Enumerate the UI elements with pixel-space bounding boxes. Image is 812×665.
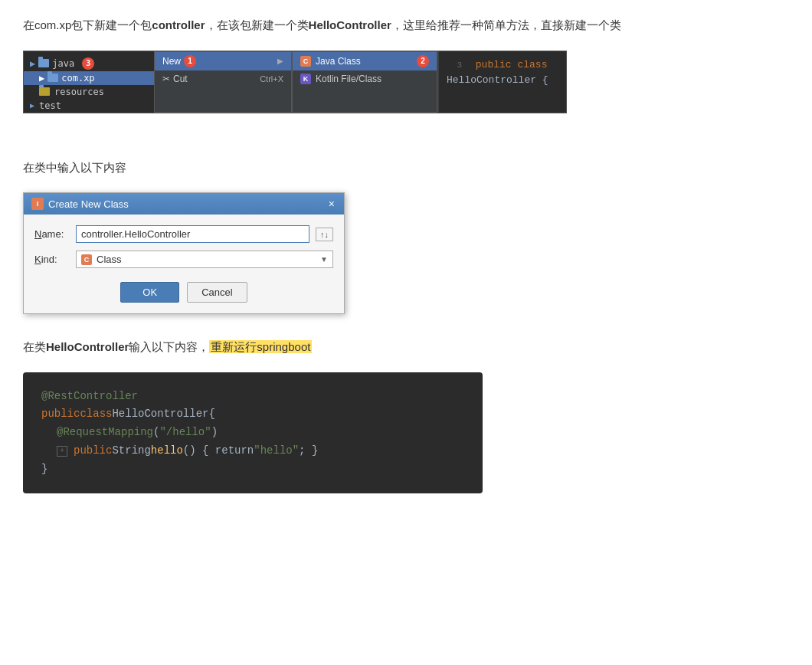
javaclass-badge: 2 — [417, 55, 429, 67]
kotlin-icon: K — [300, 74, 311, 84]
annotation-restcontroller: @RestController — [41, 388, 138, 406]
kw-public-3: public — [74, 442, 112, 460]
create-new-class-dialog: I Create New Class × Name: ↑↓ Kind: C Cl… — [23, 192, 345, 314]
cut-icon: ✂ — [162, 74, 170, 84]
line-number: 3 — [447, 59, 462, 73]
code-line-1: @RestController — [41, 388, 464, 406]
class-type-icon: C — [81, 254, 92, 265]
code-paren-close: ) — [211, 424, 218, 442]
context-menu-cut: ✂ Cut Ctrl+X — [155, 70, 291, 87]
annotation-requestmapping: @RequestMapping — [57, 424, 153, 442]
code-method-parens: () { return — [183, 442, 254, 460]
intro-bold-hellocontroller: HelloController — [309, 18, 391, 31]
section3-text: 在类HelloController输入以下内容，重新运行springboot — [23, 337, 789, 357]
code-line-4: + public String hello () { return "hello… — [57, 442, 464, 460]
kind-select-wrapper[interactable]: C Class ▼ — [76, 251, 333, 268]
cancel-button[interactable]: Cancel — [187, 282, 247, 303]
kw-public: public — [476, 59, 518, 70]
code-return-value: "hello" — [254, 442, 299, 460]
name-input[interactable] — [76, 225, 309, 243]
kw-class: class — [517, 59, 547, 70]
section2-text: 在类中输入以下内容 — [23, 158, 789, 178]
ide-editor: 3 public class HelloController { — [437, 51, 566, 113]
ide-file-tree: ▶ java 3 ▶ com.xp resources ▶ test — [24, 51, 154, 113]
kotlinfile-label: Kotlin File/Class — [316, 74, 381, 84]
tree-item-test: ▶ test — [24, 99, 154, 113]
highlight-springboot: 重新运行springboot — [209, 340, 312, 353]
code-type-string: String — [112, 442, 150, 460]
submenu-arrow: ▶ — [277, 57, 283, 65]
kw-public-2: public — [41, 405, 80, 424]
tree-item-comxp: ▶ com.xp — [24, 71, 154, 85]
cut-label: Cut — [173, 74, 188, 84]
editor-line: 3 public class HelloController { — [447, 57, 558, 90]
ide-submenu: C Java Class 2 K Kotlin File/Class — [292, 51, 437, 113]
intro-text-before: 在com.xp包下新建一个包 — [23, 18, 152, 31]
code-paren-open: ( — [153, 424, 159, 442]
tree-item-resources: resources — [24, 85, 154, 99]
code-method-hello: hello — [151, 442, 183, 460]
new-badge: 1 — [184, 55, 196, 67]
dialog-wrapper: I Create New Class × Name: ↑↓ Kind: C Cl… — [23, 192, 789, 314]
expand-icon: + — [57, 446, 67, 457]
intro-text-middle: ，在该包新建一个类 — [205, 18, 309, 31]
dialog-app-icon: I — [31, 198, 44, 210]
code-string-hello: "/hello" — [159, 424, 211, 442]
section3-before: 在类 — [23, 340, 46, 353]
intro-text: 在com.xp包下新建一个包controller，在该包新建一个类HelloCo… — [23, 15, 789, 35]
name-label: Name: — [34, 228, 70, 240]
class-name: HelloController — [447, 74, 542, 86]
submenu-javaclass: C Java Class 2 — [293, 52, 437, 70]
javaclass-label: Java Class — [316, 56, 361, 67]
new-label: New — [162, 56, 181, 67]
code-line-3: @RequestMapping ( "/hello" ) — [57, 424, 464, 442]
submenu-kotlinfile: K Kotlin File/Class — [293, 70, 437, 87]
dialog-titlebar: I Create New Class × — [24, 193, 344, 215]
dialog-buttons: OK Cancel — [34, 276, 333, 306]
code-line-2: public class HelloController { — [41, 405, 464, 424]
kind-value: Class — [97, 254, 316, 265]
code-method-close: ; } — [299, 442, 318, 460]
section3-middle: 输入以下内容， — [129, 340, 209, 353]
ok-button[interactable]: OK — [120, 282, 179, 303]
code-block: @RestController public class HelloContro… — [23, 372, 483, 494]
tree-item-java: ▶ java 3 — [24, 56, 154, 71]
dialog-close-button[interactable]: × — [327, 198, 336, 209]
code-brace-close: } — [41, 460, 47, 479]
intro-text-after: ，这里给推荐一种简单方法，直接新建一个类 — [391, 18, 621, 31]
code-brace-open: { — [208, 405, 214, 424]
dialog-name-row: Name: ↑↓ — [34, 225, 333, 243]
code-line-5: } — [41, 460, 464, 479]
dialog-kind-row: Kind: C Class ▼ — [34, 251, 333, 268]
java-class-icon: C — [300, 56, 311, 67]
kw-class-2: class — [80, 405, 112, 424]
dialog-title-left: I Create New Class — [31, 198, 129, 210]
sort-button[interactable]: ↑↓ — [316, 228, 333, 241]
dialog-title: Create New Class — [48, 198, 129, 210]
section3-bold: HelloController — [46, 340, 129, 353]
intro-bold-controller: controller — [152, 18, 205, 31]
ide-context-menu: New 1 ▶ ✂ Cut Ctrl+X — [154, 51, 292, 113]
code-classname: HelloController — [112, 405, 208, 424]
kind-label: Kind: — [34, 254, 70, 265]
dropdown-arrow-icon: ▼ — [320, 255, 328, 264]
ide-screenshot: ▶ java 3 ▶ com.xp resources ▶ test Ne — [23, 51, 567, 113]
context-menu-new: New 1 ▶ — [155, 52, 291, 70]
dialog-body: Name: ↑↓ Kind: C Class ▼ OK Cancel — [24, 215, 344, 313]
cut-shortcut: Ctrl+X — [260, 74, 283, 84]
open-brace: { — [542, 74, 548, 86]
